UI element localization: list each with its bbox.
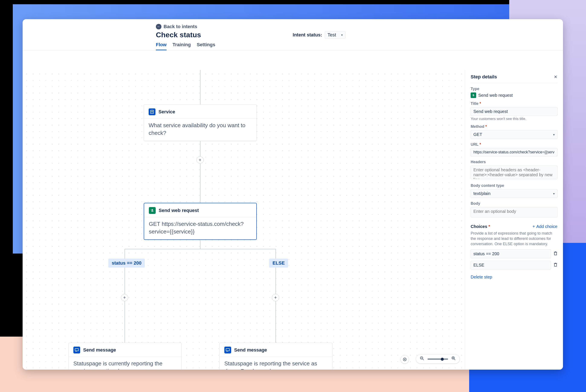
intent-status-select[interactable]: Test ▾: [325, 31, 346, 39]
url-input[interactable]: [471, 148, 557, 156]
divider: [144, 118, 256, 118]
chat-icon: [224, 346, 231, 354]
title-field-label: Title *: [471, 102, 557, 106]
tabs: Flow Training Settings: [156, 41, 563, 50]
title-input[interactable]: [471, 107, 557, 116]
delete-step-link[interactable]: Delete step: [471, 274, 492, 280]
swap-arrows-icon: [471, 92, 476, 98]
svg-line-13: [454, 359, 455, 360]
method-select[interactable]: GET ▾: [471, 130, 557, 139]
node-msg-right-body: Statuspage is reporting the service as d…: [224, 360, 328, 370]
flow-canvas[interactable]: Service What service availability do you…: [23, 70, 465, 370]
tab-training[interactable]: Training: [172, 41, 191, 50]
connector: [200, 141, 200, 203]
node-service-body: What service availability do you want to…: [149, 122, 252, 137]
chevron-down-icon: ▾: [553, 133, 555, 136]
add-step-button[interactable]: +: [196, 156, 204, 164]
node-msg-left-body: Statuspage is currently reporting the se…: [73, 360, 177, 370]
svg-line-9: [423, 359, 424, 360]
body-type-select[interactable]: text/plain ▾: [471, 189, 557, 198]
recenter-button[interactable]: [401, 355, 409, 364]
zoom-out-icon[interactable]: [420, 356, 424, 362]
close-icon[interactable]: ✕: [554, 74, 557, 80]
node-send-message-right[interactable]: Send message Statuspage is reporting the…: [219, 342, 333, 370]
plus-icon: +: [532, 224, 535, 229]
swap-arrows-icon: [149, 207, 156, 214]
trash-icon[interactable]: [553, 251, 557, 256]
page-title: Check status: [156, 31, 201, 39]
branch-label-right[interactable]: ELSE: [269, 259, 288, 268]
url-field-label: URL *: [471, 142, 557, 147]
choices-description: Provide a list of expressions that going…: [471, 231, 557, 247]
chat-icon: [73, 346, 80, 354]
choices-label: Choices *: [471, 224, 490, 229]
chevron-down-icon: ▾: [341, 33, 343, 37]
chevron-down-icon: ▾: [553, 192, 555, 195]
svg-rect-3: [75, 348, 79, 351]
zoom-slider[interactable]: [428, 358, 448, 360]
node-webreq-body: GET https://service-status.com/check?ser…: [149, 220, 252, 236]
app-window: ← Back to intents Check status Intent st…: [23, 19, 563, 370]
node-service[interactable]: Service What service availability do you…: [144, 104, 257, 141]
headers-input[interactable]: [471, 166, 557, 179]
header: ← Back to intents Check status Intent st…: [23, 19, 563, 50]
node-send-web-request[interactable]: Send web request GET https://service-sta…: [144, 203, 257, 240]
node-webreq-title: Send web request: [159, 208, 199, 213]
tab-settings[interactable]: Settings: [197, 41, 215, 50]
add-step-right-button[interactable]: +: [272, 294, 279, 301]
zoom-in-icon[interactable]: [451, 356, 456, 362]
connector: [200, 70, 200, 104]
headers-field-label: Headers: [471, 160, 557, 164]
connector: [200, 240, 200, 249]
zoom-controls: [416, 354, 460, 364]
divider: [220, 356, 332, 357]
panel-title: Step details: [471, 74, 497, 80]
trash-icon[interactable]: [553, 262, 557, 268]
arrow-left-icon: ←: [156, 24, 161, 30]
divider: [69, 356, 181, 357]
choice-input-1[interactable]: [471, 261, 551, 270]
add-choice-button[interactable]: +Add choice: [532, 224, 557, 229]
branch-label-left[interactable]: status == 200: [108, 259, 145, 268]
svg-rect-4: [226, 348, 229, 351]
body-field-label: Body: [471, 201, 557, 206]
tab-flow[interactable]: Flow: [156, 41, 167, 50]
method-value: GET: [473, 132, 482, 137]
intent-status-value: Test: [328, 32, 336, 38]
choice-input-0[interactable]: [471, 250, 551, 258]
node-send-message-left[interactable]: Send message Statuspage is currently rep…: [69, 342, 181, 370]
method-field-label: Method *: [471, 124, 557, 129]
body-type-value: text/plain: [473, 191, 490, 196]
add-step-left-button[interactable]: +: [121, 294, 128, 301]
type-value: Send web request: [478, 93, 513, 98]
document-icon: [149, 108, 155, 115]
svg-point-6: [404, 359, 405, 360]
zoom-slider-knob[interactable]: [441, 358, 444, 361]
node-msg-left-title: Send message: [83, 347, 116, 353]
intent-status-label: Intent status:: [293, 32, 322, 38]
connector: [125, 249, 276, 249]
body-type-field-label: Body content type: [471, 184, 557, 188]
step-details-panel: Step details ✕ Type Send web request Tit…: [465, 70, 563, 370]
choice-row: [471, 250, 557, 258]
back-link-label: Back to intents: [164, 24, 197, 30]
node-msg-right-title: Send message: [234, 347, 267, 353]
body-input[interactable]: [471, 207, 557, 217]
choice-row: [471, 261, 557, 270]
back-link[interactable]: ← Back to intents: [156, 24, 563, 30]
title-hint: Your customers won't see this title.: [471, 117, 557, 121]
node-service-title: Service: [158, 109, 175, 114]
type-label: Type: [471, 87, 557, 91]
